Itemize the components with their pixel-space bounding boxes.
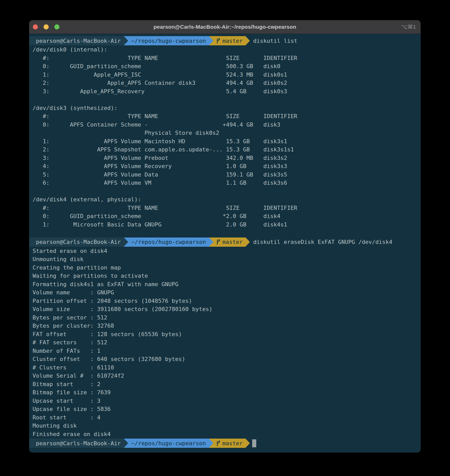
terminal-output-line: Upcase start : 3 [33, 397, 417, 405]
terminal-output-line: # Clusters : 61110 [33, 364, 417, 372]
powerline-arrow-icon [124, 439, 128, 448]
terminal-output-line: 0: GUID_partition_scheme 500.3 GB disk0 [33, 62, 417, 71]
powerline-arrow-icon [246, 237, 250, 247]
terminal-output-line: Volume name : GNUPG [33, 288, 417, 297]
terminal-output-line: #: TYPE NAME SIZE IDENTIFIER [33, 54, 417, 63]
prompt-line: pearson@Carls-MacBook-Air~/repos/hugo-cw… [29, 36, 417, 46]
terminal-output-line: Bytes per cluster: 32768 [33, 322, 417, 330]
terminal-output-line: 1: Microsoft Basic Data GNUPG 2.0 GB dis… [33, 221, 417, 229]
terminal-output-line: 4: APFS Volume Recovery 1.0 GB disk3s3 [33, 162, 417, 171]
powerline-arrow-icon [209, 237, 213, 247]
terminal-output-line: Formatting disk4s1 as ExFAT with name GN… [33, 280, 417, 289]
terminal-output-line: 0: GUID_partition_scheme *2.0 GB disk4 [33, 212, 417, 221]
prompt-user-host: pearson@Carls-MacBook-Air [29, 439, 124, 448]
prompt-git-branch: master [213, 36, 246, 45]
terminal-output-line: Mounting disk [33, 422, 417, 430]
terminal-output-line: 3: Apple_APFS_Recovery 5.4 GB disk0s3 [33, 87, 417, 96]
terminal-output-line: Upcase file size : 5836 [33, 405, 417, 413]
git-branch-icon [216, 440, 221, 447]
git-branch-label: master [222, 38, 243, 44]
titlebar[interactable]: pearson@Carls-MacBook-Air:~/repos/hugo-c… [29, 20, 421, 34]
terminal-output-line: 5: APFS Volume Data 159.1 GB disk3s5 [33, 171, 417, 179]
terminal-output-line: Partition offset : 2048 sectors (1048576… [33, 297, 417, 305]
terminal-output-line: FAT offset : 128 sectors (65536 bytes) [33, 330, 417, 339]
prompt-user-host: pearson@Carls-MacBook-Air [29, 237, 124, 247]
zoom-button[interactable] [54, 24, 59, 29]
terminal-output-line: 1: Apple_APFS_ISC 524.3 MB disk0s1 [33, 71, 417, 79]
prompt-directory: ~/repos/hugo-cwpearson [128, 439, 209, 448]
terminal-output-line: Number of FATs : 1 [33, 347, 417, 355]
terminal-output-line: #: TYPE NAME SIZE IDENTIFIER [33, 112, 417, 121]
powerline-arrow-icon [246, 439, 250, 448]
prompt-line: pearson@Carls-MacBook-Air~/repos/hugo-cw… [29, 237, 417, 247]
terminal-output-line: /dev/disk4 (external, physical): [33, 195, 417, 204]
terminal-output-line: 6: APFS Volume VM 1.1 GB disk3s6 [33, 179, 417, 187]
terminal-output-line: Unmounting disk [33, 255, 417, 264]
powerline-arrow-icon [209, 439, 213, 448]
prompt-user-host: pearson@Carls-MacBook-Air [29, 36, 124, 45]
terminal-cursor [252, 439, 256, 447]
git-branch-icon [216, 37, 221, 44]
terminal-output-line: Bytes per sector : 512 [33, 314, 417, 322]
terminal-output-line: Cluster offset : 640 sectors (327680 byt… [33, 355, 417, 364]
powerline-arrow-icon [124, 237, 128, 247]
terminal-output-line: Root start : 4 [33, 413, 417, 422]
prompt-line: pearson@Carls-MacBook-Air~/repos/hugo-cw… [29, 438, 417, 448]
traffic-lights [29, 24, 59, 29]
git-branch-icon [216, 239, 221, 245]
terminal-output-line: # FAT sectors : 512 [33, 338, 417, 347]
terminal-output-line: Creating the partition map [33, 264, 417, 272]
command-text: diskutil eraseDisk ExFAT GNUPG /dev/disk… [250, 239, 392, 245]
terminal-output-line: #: TYPE NAME SIZE IDENTIFIER [33, 204, 417, 212]
terminal-output-line: 2: Apple_APFS Container disk3 494.4 GB d… [33, 79, 417, 87]
terminal-window: pearson@Carls-MacBook-Air:~/repos/hugo-c… [29, 20, 421, 452]
prompt-git-branch: master [213, 237, 246, 247]
terminal-output-line: Volume size : 3911680 sectors (200278016… [33, 305, 417, 314]
terminal-output-line: Volume Serial # : 610724f2 [33, 372, 417, 380]
minimize-button[interactable] [44, 24, 49, 29]
terminal-output-line: /dev/disk3 (synthesized): [33, 104, 417, 112]
git-branch-label: master [222, 239, 243, 245]
terminal-screen[interactable]: pearson@Carls-MacBook-Air~/repos/hugo-cw… [29, 34, 421, 452]
powerline-arrow-icon [246, 36, 250, 45]
powerline-arrow-icon [209, 36, 213, 45]
terminal-output-line [33, 187, 417, 196]
terminal-output-line: 1: APFS Volume Macintosh HD 15.3 GB disk… [33, 137, 417, 146]
terminal-output-line: /dev/disk0 (internal): [33, 46, 417, 54]
powerline-arrow-icon [124, 36, 128, 45]
terminal-output-line: 3: APFS Volume Preboot 342.0 MB disk3s2 [33, 154, 417, 162]
prompt-git-branch: master [213, 439, 246, 448]
git-branch-label: master [222, 440, 243, 447]
terminal-output-line: Finished erase on disk4 [33, 430, 417, 439]
terminal-output-line: 0: APFS Container Scheme - +494.4 GB dis… [33, 121, 417, 129]
terminal-output-line: Started erase on disk4 [33, 247, 417, 255]
close-button[interactable] [33, 24, 38, 29]
terminal-output-line: 2: APFS Snapshot com.apple.os.update-...… [33, 146, 417, 154]
terminal-output-line [33, 229, 417, 237]
command-text: diskutil list [250, 38, 297, 44]
prompt-directory: ~/repos/hugo-cwpearson [128, 237, 209, 247]
terminal-output-line: Bitmap start : 2 [33, 380, 417, 389]
window-title: pearson@Carls-MacBook-Air:~/repos/hugo-c… [29, 24, 421, 30]
terminal-output-line: Physical Store disk0s2 [33, 129, 417, 137]
terminal-output-line [33, 96, 417, 104]
prompt-directory: ~/repos/hugo-cwpearson [128, 36, 209, 45]
terminal-output-line: Waiting for partitions to activate [33, 272, 417, 280]
tab-shortcut-badge: ⌥⌘1 [401, 20, 416, 34]
terminal-output-line: Bitmap file size : 7639 [33, 388, 417, 397]
